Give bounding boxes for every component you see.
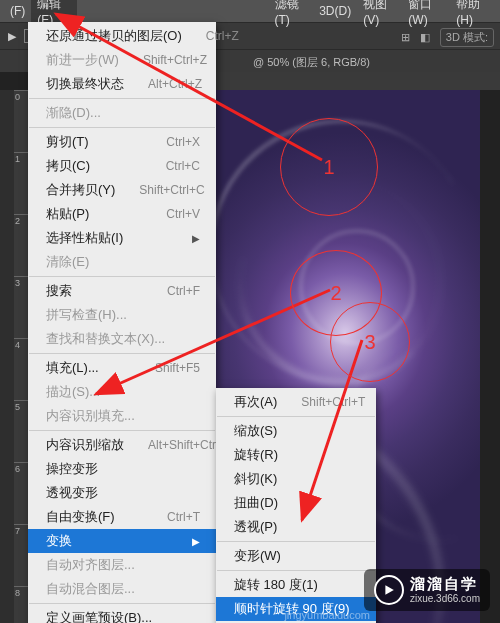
menu-filter[interactable]: 滤镜(T) <box>269 0 314 27</box>
edit-dropdown[interactable]: 还原通过拷贝的图层(O)Ctrl+Z前进一步(W)Shift+Ctrl+Z切换最… <box>28 22 216 623</box>
edit-menu-item-24[interactable]: 自由变换(F)Ctrl+T <box>28 505 216 529</box>
edit-menu-item-0[interactable]: 还原通过拷贝的图层(O)Ctrl+Z <box>28 24 216 48</box>
edit-menu-item-13[interactable]: 搜索Ctrl+F <box>28 279 216 303</box>
move-tool-icon[interactable]: ▶ <box>8 30 16 43</box>
edit-menu-item-27: 自动混合图层... <box>28 577 216 601</box>
play-icon <box>374 575 404 605</box>
edit-menu-item-6[interactable]: 剪切(T)Ctrl+X <box>28 130 216 154</box>
watermark: 溜溜自学 zixue.3d66.com <box>364 569 490 611</box>
edit-menu-item-23[interactable]: 透视变形 <box>28 481 216 505</box>
edit-menu-item-2[interactable]: 切换最终状态Alt+Ctrl+Z <box>28 72 216 96</box>
caption-text: jingyumbaiducom <box>284 609 370 621</box>
annotation-circle-1: 1 <box>280 118 378 216</box>
transform-menu-item-3[interactable]: 旋转(R) <box>216 443 376 467</box>
menu-3d[interactable]: 3D(D) <box>313 4 357 18</box>
left-toolbar[interactable] <box>0 90 14 623</box>
edit-menu-item-17[interactable]: 填充(L)...Shift+F5 <box>28 356 216 380</box>
menu-view[interactable]: 视图(V) <box>357 0 402 27</box>
transform-menu-item-8[interactable]: 变形(W) <box>216 544 376 568</box>
3d-mode-pill[interactable]: 3D 模式: <box>440 28 494 47</box>
edit-menu-item-10[interactable]: 选择性粘贴(I)▶ <box>28 226 216 250</box>
doc-tab-2-info[interactable]: @ 50% (图层 6, RGB/8) <box>253 55 370 70</box>
transform-menu-item-2[interactable]: 缩放(S) <box>216 419 376 443</box>
transform-menu-item-0[interactable]: 再次(A)Shift+Ctrl+T <box>216 390 376 414</box>
menu-help[interactable]: 帮助(H) <box>450 0 496 27</box>
edit-menu-item-8[interactable]: 合并拷贝(Y)Shift+Ctrl+C <box>28 178 216 202</box>
edit-menu-item-1: 前进一步(W)Shift+Ctrl+Z <box>28 48 216 72</box>
edit-menu-item-7[interactable]: 拷贝(C)Ctrl+C <box>28 154 216 178</box>
transform-menu-item-6[interactable]: 透视(P) <box>216 515 376 539</box>
edit-menu-item-14: 拼写检查(H)... <box>28 303 216 327</box>
edit-menu-item-29[interactable]: 定义画笔预设(B)... <box>28 606 216 623</box>
transform-menu-item-5[interactable]: 扭曲(D) <box>216 491 376 515</box>
transform-menu-item-10[interactable]: 旋转 180 度(1) <box>216 573 376 597</box>
menu-window[interactable]: 窗口(W) <box>402 0 450 27</box>
annotation-circle-3: 3 <box>330 302 410 382</box>
edit-menu-item-11: 清除(E) <box>28 250 216 274</box>
menu-file[interactable]: (F) <box>4 4 31 18</box>
transform-submenu[interactable]: 再次(A)Shift+Ctrl+T缩放(S)旋转(R)斜切(K)扭曲(D)透视(… <box>216 388 376 623</box>
edit-menu-item-9[interactable]: 粘贴(P)Ctrl+V <box>28 202 216 226</box>
transform-menu-item-4[interactable]: 斜切(K) <box>216 467 376 491</box>
edit-menu-item-25[interactable]: 变换▶ <box>28 529 216 553</box>
edit-menu-item-22[interactable]: 操控变形 <box>28 457 216 481</box>
edit-menu-item-26: 自动对齐图层... <box>28 553 216 577</box>
watermark-title: 溜溜自学 <box>410 576 480 593</box>
options-right: ⊞ ◧ 3D 模式: <box>401 28 494 47</box>
edit-menu-item-15: 查找和替换文本(X)... <box>28 327 216 351</box>
edit-menu-item-4: 渐隐(D)... <box>28 101 216 125</box>
edit-menu-item-19: 内容识别填充... <box>28 404 216 428</box>
menubar[interactable]: (F) 编辑(E) 滤镜(T) 3D(D) 视图(V) 窗口(W) 帮助(H) <box>0 0 500 22</box>
nav-icon[interactable]: ◧ <box>420 31 430 44</box>
watermark-url: zixue.3d66.com <box>410 593 480 604</box>
edit-menu-item-21[interactable]: 内容识别缩放Alt+Shift+Ctrl+C <box>28 433 216 457</box>
grid-icon[interactable]: ⊞ <box>401 31 410 44</box>
edit-menu-item-18: 描边(S)... <box>28 380 216 404</box>
